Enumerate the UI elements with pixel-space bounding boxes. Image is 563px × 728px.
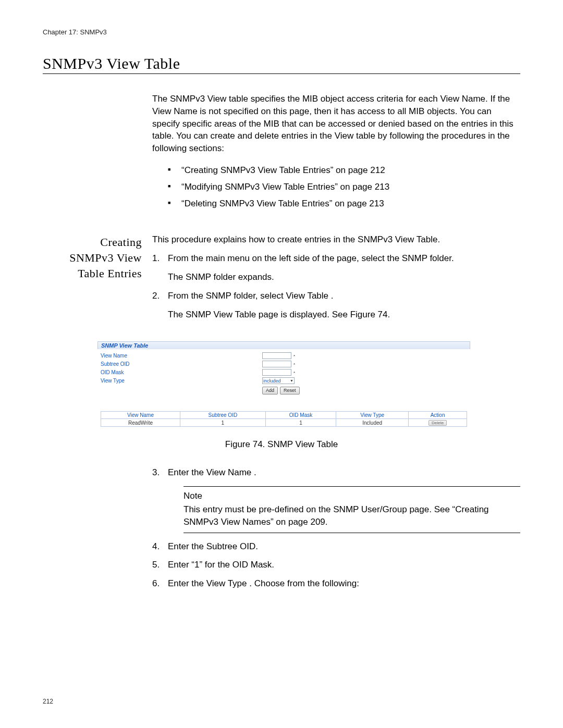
page-title: SNMPv3 View Table bbox=[43, 55, 520, 74]
section-lead: This procedure explains how to create en… bbox=[152, 233, 520, 246]
step-2: From the SNMP folder, select View Table … bbox=[152, 290, 520, 321]
note-body: This entry must be pre-defined on the SN… bbox=[183, 503, 520, 528]
step-1: From the main menu on the left side of t… bbox=[152, 252, 520, 283]
snmp-view-table-figure: SNMP View Table View Name * Subtree OID … bbox=[97, 341, 470, 430]
step-text: Enter the View Name . bbox=[168, 467, 256, 477]
intro-bullets: “Creating SNMPv3 View Table Entries” on … bbox=[152, 164, 520, 209]
panel-body: View Name * Subtree OID * OID Mask * Vie… bbox=[97, 352, 470, 430]
step-4: Enter the Subtree OID. bbox=[152, 540, 520, 553]
step-2-result: The SNMP View Table page is displayed. S… bbox=[168, 309, 520, 321]
step-6: Enter the View Type . Choose from the fo… bbox=[152, 577, 520, 590]
col-oid-mask: OID Mask bbox=[265, 412, 336, 419]
label-view-type: View Type bbox=[101, 378, 262, 384]
step-text: Enter “1” for the OID Mask. bbox=[168, 560, 274, 570]
required-asterisk-icon: * bbox=[293, 371, 295, 375]
figure-caption: Figure 74. SNMP View Table bbox=[43, 439, 520, 450]
add-button[interactable]: Add bbox=[262, 387, 278, 394]
cell-action: Delete bbox=[409, 419, 467, 427]
note-block: Note This entry must be pre-defined on t… bbox=[183, 486, 520, 533]
side-line: Table Entries bbox=[78, 267, 142, 280]
col-view-type: View Type bbox=[336, 412, 409, 419]
panel-title: SNMP View Table bbox=[97, 341, 470, 349]
intro-paragraph: The SNMPv3 View table specifies the MIB … bbox=[152, 93, 520, 155]
cell-oid-mask: 1 bbox=[265, 419, 336, 427]
snmp-view-results-table: View Name Subtree OID OID Mask View Type… bbox=[101, 411, 467, 427]
reset-button[interactable]: Reset bbox=[280, 387, 300, 394]
side-line: Creating bbox=[100, 236, 142, 249]
view-name-input[interactable] bbox=[262, 352, 291, 359]
chevron-down-icon: ▼ bbox=[290, 379, 293, 382]
step-5: Enter “1” for the OID Mask. bbox=[152, 559, 520, 571]
step-text: From the main menu on the left side of t… bbox=[168, 253, 454, 263]
label-oid-mask: OID Mask bbox=[101, 369, 262, 375]
table-row: ReadWrite 1 1 Included Delete bbox=[101, 419, 467, 427]
view-type-selected-value: included bbox=[263, 378, 281, 384]
required-asterisk-icon: * bbox=[293, 354, 295, 359]
step-1-result: The SNMP folder expands. bbox=[168, 271, 520, 283]
col-view-name: View Name bbox=[101, 412, 180, 419]
intro-bullet: “Deleting SNMPv3 View Table Entries” on … bbox=[168, 198, 520, 210]
table-header-row: View Name Subtree OID OID Mask View Type… bbox=[101, 412, 467, 419]
cell-view-name: ReadWrite bbox=[101, 419, 180, 427]
intro-bullet: “Modifying SNMPv3 View Table Entries” on… bbox=[168, 181, 520, 193]
required-asterisk-icon: * bbox=[293, 362, 295, 367]
step-text: From the SNMP folder, select View Table … bbox=[168, 291, 333, 301]
step-text: Enter the View Type . Choose from the fo… bbox=[168, 578, 359, 588]
side-line: SNMPv3 View bbox=[69, 251, 142, 264]
view-type-select[interactable]: included ▼ bbox=[262, 377, 295, 384]
cell-subtree-oid: 1 bbox=[180, 419, 265, 427]
col-subtree-oid: Subtree OID bbox=[180, 412, 265, 419]
label-view-name: View Name bbox=[101, 353, 262, 359]
chapter-label: Chapter 17: SNMPv3 bbox=[43, 28, 520, 36]
intro-bullet: “Creating SNMPv3 View Table Entries” on … bbox=[168, 164, 520, 177]
label-subtree-oid: Subtree OID bbox=[101, 361, 262, 367]
step-3: Enter the View Name . Note This entry mu… bbox=[152, 466, 520, 533]
step-text: Enter the Subtree OID. bbox=[168, 541, 258, 551]
oid-mask-input[interactable] bbox=[262, 369, 291, 376]
page-number: 212 bbox=[43, 698, 53, 705]
subtree-oid-input[interactable] bbox=[262, 361, 291, 367]
cell-view-type: Included bbox=[336, 419, 409, 427]
section-side-heading: Creating SNMPv3 View Table Entries bbox=[43, 233, 142, 281]
note-heading: Note bbox=[183, 490, 520, 502]
delete-button[interactable]: Delete bbox=[429, 420, 447, 426]
col-action: Action bbox=[409, 412, 467, 419]
